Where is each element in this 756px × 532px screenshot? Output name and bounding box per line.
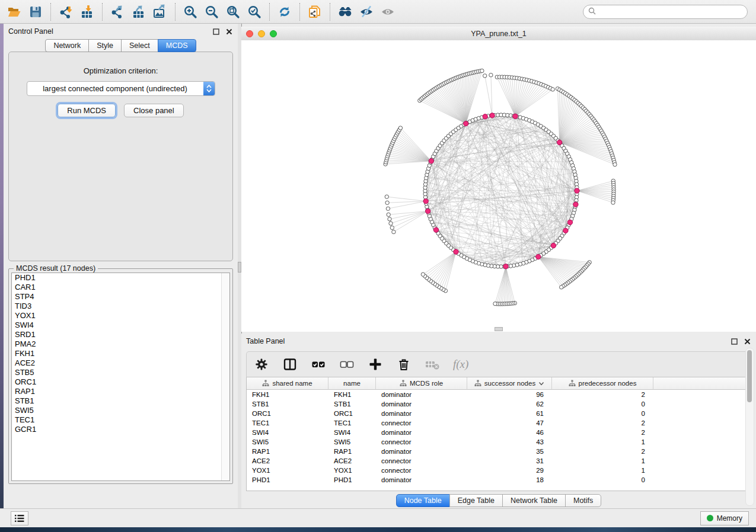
close-panel-icon[interactable] — [225, 28, 233, 36]
deselect-all-button[interactable] — [339, 357, 355, 372]
export-network-button[interactable] — [107, 3, 128, 21]
memory-button[interactable]: Memory — [700, 511, 749, 525]
mcds-result-item[interactable]: RAP1 — [12, 387, 229, 396]
table-cell: 2 — [552, 447, 653, 456]
first-neighbors-button[interactable] — [334, 3, 356, 21]
select-all-button[interactable] — [311, 357, 326, 372]
table-cell: SWI4 — [328, 428, 376, 437]
table-cell: ACE2 — [328, 456, 376, 466]
column-header-successor-nodes[interactable]: successor nodes — [467, 377, 552, 390]
show-columns-button[interactable] — [282, 357, 298, 372]
delete-column-button[interactable] — [396, 357, 412, 372]
mcds-result-item[interactable]: PMA2 — [12, 339, 229, 349]
task-history-button[interactable] — [11, 511, 28, 525]
export-table-button[interactable] — [128, 3, 149, 21]
mcds-result-item[interactable]: ORC1 — [12, 377, 229, 387]
tab-node-table[interactable]: Node Table — [396, 494, 450, 507]
delete-table-icon — [425, 357, 440, 372]
table-cell: STB1 — [247, 399, 328, 409]
table-settings-button[interactable] — [254, 357, 269, 372]
run-mcds-button[interactable]: Run MCDS — [58, 104, 116, 117]
mcds-result-item[interactable]: SRD1 — [12, 330, 229, 339]
zoom-in-button[interactable] — [180, 3, 201, 21]
table-row[interactable]: STB1STB1dominator620 — [247, 399, 751, 409]
table-row[interactable]: ACE2ACE2connector311 — [247, 456, 751, 466]
column-header-name[interactable]: name — [328, 377, 376, 390]
search-input[interactable] — [599, 7, 742, 17]
tab-motifs[interactable]: Motifs — [565, 494, 601, 507]
table-panel: Table Panel f(x) shared namenameMCDS rol… — [241, 334, 756, 509]
table-scrollbar-thumb[interactable] — [747, 350, 752, 402]
float-table-panel-icon[interactable] — [731, 338, 738, 345]
duplicate-network-button[interactable] — [304, 3, 326, 21]
mcds-result-group: MCDS result (17 nodes) PHD1CAR1STP4TID3Y… — [8, 268, 233, 484]
table-cell: ORC1 — [247, 409, 328, 418]
export-image-button[interactable] — [149, 3, 171, 21]
mcds-result-list[interactable]: PHD1CAR1STP4TID3YOX1SWI4SRD1PMA2FKH1ACE2… — [11, 273, 230, 481]
network-view-window: YPA_prune.txt_1 — [241, 27, 756, 332]
table-row[interactable]: TEC1TEC1connector472 — [247, 418, 751, 428]
zoom-out-button[interactable] — [201, 3, 222, 21]
toolbar-separator — [175, 3, 176, 21]
desktop-wallpaper-bottom — [0, 527, 756, 532]
mcds-result-item[interactable]: STB5 — [12, 368, 229, 377]
open-file-button[interactable] — [4, 3, 25, 21]
hide-selected-button[interactable] — [356, 3, 377, 21]
tab-style[interactable]: Style — [88, 39, 122, 52]
criterion-select[interactable]: largest connected component (undirected) — [27, 81, 215, 96]
tab-edge-table[interactable]: Edge Table — [449, 494, 503, 507]
table-cell: 61 — [467, 409, 552, 418]
first-neighbors-icon — [337, 4, 353, 20]
import-network-button[interactable] — [55, 3, 76, 21]
tab-mcds[interactable]: MCDS — [158, 39, 196, 52]
mcds-result-item[interactable]: FKH1 — [12, 349, 229, 358]
memory-status-icon — [707, 515, 713, 521]
refresh-button[interactable] — [274, 3, 295, 21]
table-cell: 43 — [467, 437, 552, 447]
table-cell: YOX1 — [247, 466, 328, 475]
column-header-predecessor-nodes[interactable]: predecessor nodes — [552, 377, 653, 390]
mcds-result-item[interactable]: PHD1 — [12, 273, 229, 283]
table-row[interactable]: FKH1FKH1dominator962 — [247, 390, 751, 399]
table-scrollbar[interactable] — [745, 348, 754, 506]
table-row[interactable]: SWI4SWI4dominator462 — [247, 428, 751, 437]
horizontal-splitter-grip[interactable] — [495, 327, 503, 331]
mcds-result-item[interactable]: CAR1 — [12, 283, 229, 292]
tab-select[interactable]: Select — [121, 39, 158, 52]
mcds-result-item[interactable]: SWI4 — [12, 321, 229, 330]
save-session-button[interactable] — [25, 3, 46, 21]
table-cell: 35 — [467, 447, 552, 456]
import-table-icon — [79, 4, 95, 20]
mcds-result-item[interactable]: ACE2 — [12, 358, 229, 368]
table-row[interactable]: YOX1YOX1connector291 — [247, 466, 751, 475]
mcds-result-item[interactable]: SWI5 — [12, 406, 229, 415]
add-column-button[interactable] — [368, 357, 383, 372]
table-cell: 47 — [467, 418, 552, 428]
table-row[interactable]: PHD1PHD1dominator180 — [247, 475, 751, 485]
table-row[interactable]: ORC1ORC1dominator610 — [247, 409, 751, 418]
network-canvas[interactable] — [241, 40, 756, 332]
show-all-button[interactable] — [377, 3, 398, 21]
table-row[interactable]: RAP1RAP1dominator352 — [247, 447, 751, 456]
mcds-result-item[interactable]: STP4 — [12, 292, 229, 302]
zoom-fit-button[interactable] — [222, 3, 244, 21]
tab-network[interactable]: Network — [45, 39, 89, 52]
column-header-MCDS-role[interactable]: MCDS role — [376, 377, 467, 390]
search-box[interactable] — [583, 5, 748, 19]
mcds-result-item[interactable]: TID3 — [12, 302, 229, 311]
function-builder-button: f(x) — [453, 358, 468, 371]
tab-network-table[interactable]: Network Table — [502, 494, 566, 507]
import-table-button[interactable] — [76, 3, 98, 21]
float-panel-icon[interactable] — [212, 28, 220, 36]
table-cell: 31 — [467, 456, 552, 466]
result-scrollbar[interactable] — [221, 273, 229, 480]
column-header-shared-name[interactable]: shared name — [247, 377, 328, 390]
zoom-selected-button[interactable] — [244, 3, 265, 21]
table-row[interactable]: SWI5SWI5connector431 — [247, 437, 751, 447]
mcds-result-item[interactable]: STB1 — [12, 396, 229, 406]
close-table-panel-icon[interactable] — [744, 338, 751, 345]
close-panel-button[interactable]: Close panel — [124, 104, 184, 117]
mcds-result-item[interactable]: TEC1 — [12, 415, 229, 425]
mcds-result-item[interactable]: GCR1 — [12, 425, 229, 434]
mcds-result-item[interactable]: YOX1 — [12, 311, 229, 321]
